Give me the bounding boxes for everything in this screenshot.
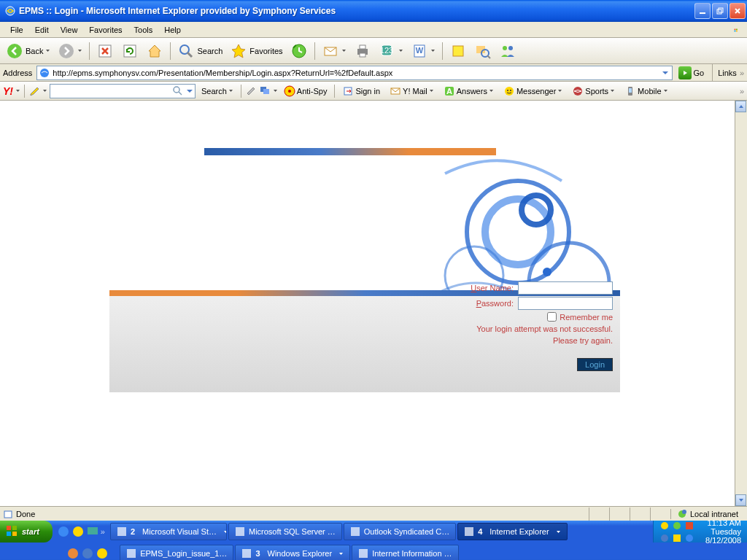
menu-file[interactable]: File [4, 24, 29, 36]
restore-button[interactable] [712, 3, 728, 19]
svg-point-63 [661, 522, 668, 529]
svg-rect-16 [360, 45, 365, 49]
svg-rect-60 [236, 527, 244, 536]
app-quicklaunch-icon[interactable] [96, 547, 109, 560]
tray-icon[interactable] [672, 533, 682, 543]
home-button[interactable] [143, 40, 166, 62]
forward-button[interactable] [55, 40, 85, 62]
standard-toolbar: Back Search Favorites 123 W [0, 38, 747, 64]
address-input-wrapper[interactable] [36, 66, 672, 80]
highlighter-icon[interactable] [245, 85, 257, 98]
done-icon [3, 509, 13, 519]
minimize-button[interactable] [694, 3, 711, 19]
history-button[interactable] [287, 40, 311, 62]
ie-quicklaunch-icon[interactable] [57, 525, 70, 538]
people-button[interactable] [496, 40, 519, 62]
remember-checkbox[interactable] [547, 312, 557, 322]
svg-point-25 [503, 46, 507, 50]
menu-tools[interactable]: Tools [128, 24, 159, 36]
tray-icon[interactable] [659, 533, 670, 543]
svg-rect-30 [263, 89, 269, 94]
svg-point-64 [673, 522, 681, 529]
start-button[interactable]: start [0, 521, 53, 542]
login-button[interactable]: Login [577, 358, 613, 371]
search-dropdown-icon[interactable] [185, 86, 195, 96]
ie-icon [4, 5, 16, 17]
svg-point-70 [82, 548, 93, 559]
taskbar-button[interactable]: Microsoft SQL Server … [228, 523, 342, 540]
svg-text:123: 123 [379, 46, 392, 55]
mail-button[interactable] [319, 40, 349, 62]
firefox-quicklaunch-icon[interactable] [66, 547, 80, 560]
favorites-button[interactable]: Favorites [227, 40, 285, 62]
tray-icon[interactable] [684, 521, 694, 531]
back-button[interactable]: Back [3, 40, 53, 62]
menu-edit[interactable]: Edit [29, 24, 55, 36]
refresh-button[interactable] [118, 40, 142, 62]
svg-point-69 [68, 548, 78, 559]
menu-view[interactable]: View [55, 24, 84, 36]
menu-help[interactable]: Help [158, 24, 187, 36]
taskbar-button[interactable]: 3 Windows Explorer [235, 545, 350, 560]
messenger-button[interactable]: 123 [376, 40, 406, 62]
yahoo-logo-icon[interactable]: Y! [3, 85, 13, 97]
svg-point-32 [288, 90, 291, 93]
stop-button[interactable] [93, 40, 117, 62]
username-input[interactable] [518, 281, 613, 295]
signin-button[interactable]: Sign in [338, 84, 384, 98]
svg-rect-2 [717, 9, 721, 14]
taskbar-button[interactable]: Outlook Syndicated C… [344, 523, 456, 540]
svg-rect-65 [686, 522, 693, 529]
svg-rect-42 [629, 88, 632, 93]
outlook-quicklaunch-icon[interactable] [71, 525, 85, 538]
username-label: User Name: [471, 284, 514, 292]
svg-point-39 [510, 90, 511, 91]
address-input[interactable] [53, 69, 657, 77]
tray-icon[interactable] [672, 521, 682, 531]
tray-icon[interactable] [684, 533, 694, 543]
desktop-quicklaunch-icon[interactable] [86, 525, 99, 538]
research-button[interactable]: W [408, 40, 438, 62]
tray-icon[interactable] [659, 521, 670, 531]
svg-point-48 [543, 268, 551, 276]
links-label[interactable]: Links [718, 69, 737, 77]
security-zone[interactable]: Local intranet [670, 509, 744, 519]
pencil-icon[interactable] [28, 85, 40, 98]
yahoo-search-input[interactable] [50, 84, 196, 98]
close-button[interactable] [729, 3, 746, 19]
windows-flag-icon[interactable] [728, 23, 744, 36]
search-desktop-button[interactable] [471, 40, 495, 62]
taskbar-button[interactable]: Internet Information … [352, 545, 458, 560]
mobile-button[interactable]: Mobile [621, 84, 671, 98]
note-button[interactable] [446, 40, 470, 62]
window-titlebar: EPMS :: Login - Microsoft Internet Explo… [0, 0, 747, 22]
vertical-scrollbar[interactable] [735, 101, 747, 506]
answers-button[interactable]: AAnswers [440, 84, 498, 98]
antispy-button[interactable]: Anti-Spy [280, 84, 331, 98]
password-input[interactable] [518, 297, 613, 310]
thunderbird-quicklaunch-icon[interactable] [81, 547, 94, 560]
password-label: Password: [476, 299, 514, 308]
yahoo-toolbar: Y! Search Anti-Spy Sign in Y! Mail AAnsw… [0, 82, 747, 101]
system-tray[interactable]: 11:13 AM Tuesday 8/12/2008 [653, 521, 747, 542]
window-title: EPMS :: Login - Microsoft Internet Explo… [19, 6, 694, 16]
search-button[interactable]: Search [174, 40, 225, 62]
svg-rect-1 [700, 12, 705, 14]
svg-point-38 [507, 90, 508, 91]
ymail-button[interactable]: Y! Mail [386, 84, 438, 98]
menu-favorites[interactable]: Favorites [83, 24, 128, 36]
svg-point-37 [505, 87, 514, 96]
go-button[interactable]: Go [676, 66, 708, 79]
address-dropdown-icon[interactable] [660, 68, 670, 78]
taskbar-button[interactable]: EPMS_Login_issue_1… [120, 545, 233, 560]
messenger-button[interactable]: Messenger [500, 84, 566, 98]
taskbar-button[interactable]: 4 Internet Explorer [457, 523, 567, 540]
yahoo-search-button[interactable]: Search [198, 84, 237, 98]
popup-blocker-icon[interactable] [259, 85, 271, 98]
sports-button[interactable]: Sports [568, 84, 619, 98]
clock[interactable]: 11:13 AM Tuesday 8/12/2008 [705, 518, 741, 545]
print-button[interactable] [351, 40, 374, 62]
svg-point-68 [686, 534, 693, 542]
svg-rect-7 [736, 31, 738, 32]
taskbar-button[interactable]: 2 Microsoft Visual St… [110, 523, 227, 540]
